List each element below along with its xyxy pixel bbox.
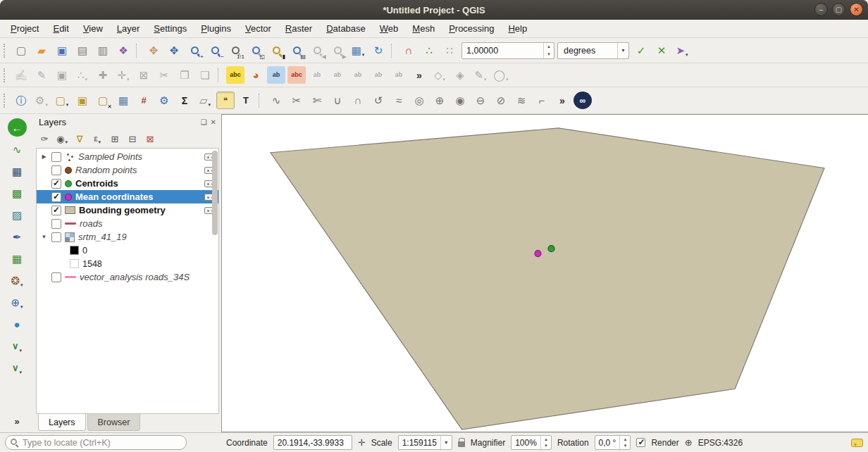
extents-toggle-icon[interactable]: ✛	[358, 437, 366, 448]
feature-action-icon[interactable]: ⚙▾	[32, 92, 51, 109]
magnifier-spinbox[interactable]: 100% ▲▼	[511, 435, 552, 450]
locate-search[interactable]	[5, 435, 187, 450]
snapping-tolerance-spinbox[interactable]: 1,00000 ▲▼	[461, 42, 554, 59]
cut-features-icon[interactable]: ✂	[155, 66, 173, 84]
identify-features-icon[interactable]: ⓘ	[12, 92, 30, 109]
snapping-intersection-icon[interactable]: ✕	[652, 42, 671, 59]
rotate-feature-icon[interactable]: ↺	[369, 92, 388, 109]
menu-processing[interactable]: Processing	[442, 21, 500, 36]
spinner-arrows[interactable]: ▲▼	[619, 436, 630, 449]
spinner-arrows[interactable]: ▲▼	[543, 43, 554, 58]
zoom-out-icon[interactable]: −	[206, 42, 224, 59]
spin-up-icon[interactable]: ▲	[620, 436, 630, 443]
toolbar-overflow-icon[interactable]: »	[553, 92, 571, 109]
toolbar-drag-handle[interactable]	[4, 44, 7, 58]
sphere-tool-icon[interactable]: ●	[8, 315, 27, 333]
snapping-options-icon[interactable]: ∩	[399, 42, 418, 59]
chevron-down-icon[interactable]: ▾	[20, 370, 23, 377]
tab-browser[interactable]: Browser	[87, 414, 141, 431]
snapping-grid-icon[interactable]: ∷	[440, 42, 459, 59]
layer-labeling-icon[interactable]: abc	[226, 66, 244, 84]
map-tips-icon[interactable]: ❝	[216, 92, 235, 109]
zoom-next-icon[interactable]: ▶	[328, 42, 347, 59]
chevron-down-icon[interactable]: ▾	[66, 102, 69, 109]
globe-icon[interactable]: ⊕	[685, 437, 693, 448]
globe-tools-icon[interactable]: ⊕▾	[8, 293, 27, 311]
pen-tool-icon[interactable]: ✒	[8, 227, 27, 246]
coordinate-input[interactable]	[273, 435, 352, 450]
layer-row-bounding-geometry[interactable]: Bounding geometry	[37, 203, 218, 217]
locate-input[interactable]	[5, 435, 187, 450]
toolbar-overflow-icon[interactable]: »	[410, 66, 428, 84]
chevron-down-icon[interactable]: ▾	[506, 77, 509, 84]
rotation-spinbox[interactable]: 0,0 ° ▲▼	[595, 435, 631, 450]
split-parts-icon[interactable]: ✄	[308, 92, 326, 109]
menu-edit[interactable]: Edit	[46, 21, 75, 36]
expand-arrow-icon[interactable]: ▶	[40, 153, 48, 160]
pan-map-icon[interactable]: ✥	[144, 42, 163, 59]
vertex-tool-icon[interactable]: ✛▾	[114, 66, 132, 84]
sample-tools-icon[interactable]: ❂▾	[8, 271, 27, 289]
collapse-arrow-icon[interactable]: ▼	[40, 234, 48, 240]
close-button[interactable]: ✕	[850, 3, 863, 16]
spin-down-icon[interactable]: ▼	[620, 443, 630, 450]
delete-selected-icon[interactable]: ⊠	[135, 66, 153, 84]
merge-attributes-icon[interactable]: ∩	[349, 92, 367, 109]
menu-help[interactable]: Help	[502, 21, 533, 36]
scale-combo[interactable]: 1:159115 ▾	[398, 435, 452, 450]
current-edits-icon[interactable]: ✍	[12, 66, 30, 84]
open-attribute-table-icon[interactable]: ▦	[114, 92, 132, 109]
pan-to-selection-icon[interactable]: ✥	[165, 42, 183, 59]
back-arrow-icon[interactable]: ←	[8, 118, 27, 137]
scrollbar[interactable]	[212, 151, 218, 235]
grid-tools-icon[interactable]: ▦	[8, 249, 27, 268]
snapping-units-combo[interactable]: degrees ▾	[557, 42, 629, 59]
spinner-arrows[interactable]: ▲▼	[540, 436, 551, 449]
chevron-down-icon[interactable]: ▾	[45, 102, 48, 109]
chevron-down-icon[interactable]: ▾	[484, 77, 487, 84]
layer-checkbox[interactable]	[51, 206, 61, 215]
titlebar[interactable]: *Untitled Project - QGIS – ▢ ✕	[0, 0, 868, 20]
new-project-icon[interactable]: ▢	[12, 42, 30, 59]
layout-manager-icon[interactable]: ▥	[94, 42, 112, 59]
menu-web[interactable]: Web	[373, 21, 405, 36]
style-manager-icon[interactable]: ❖	[114, 42, 132, 59]
add-feature-icon[interactable]: ✚	[94, 66, 112, 84]
toolbar-drag-handle[interactable]	[4, 94, 7, 108]
enable-tracing-icon[interactable]: ✓	[632, 42, 650, 59]
layer-row-centroids[interactable]: Centroids	[37, 177, 218, 190]
chevron-down-icon[interactable]: ▾	[20, 304, 23, 311]
filter-expression-icon[interactable]: ε▾	[89, 131, 105, 146]
chevron-down-icon[interactable]: ▾	[686, 52, 688, 59]
save-edits-icon[interactable]: ▣	[53, 66, 71, 84]
chevron-down-icon[interactable]: ▾	[65, 139, 68, 146]
pin-labels-icon[interactable]: ab	[308, 66, 326, 84]
filter-legend-icon[interactable]: ∇	[72, 131, 87, 146]
crs-label[interactable]: EPSG:4326	[698, 438, 743, 448]
trim-extend-icon[interactable]: ⌐	[533, 92, 551, 109]
chevron-down-icon[interactable]: ▾	[443, 77, 446, 84]
add-part-icon[interactable]: ⊕	[430, 92, 449, 109]
rotate-label-icon[interactable]: ab	[369, 66, 388, 84]
layer-checkbox[interactable]	[51, 219, 61, 229]
chevron-down-icon[interactable]: ▾	[20, 282, 23, 289]
save-project-icon[interactable]: ▣	[53, 42, 71, 59]
change-label-icon[interactable]: ab	[390, 66, 408, 84]
chevron-down-icon[interactable]: ▾	[127, 77, 130, 84]
new-print-layout-icon[interactable]: ▤	[73, 42, 92, 59]
raster-tools-icon[interactable]: ▩	[8, 184, 27, 202]
zoom-in-icon[interactable]: +	[185, 42, 204, 59]
layer-row-srtm-41-19[interactable]: ▼ srtm_41_19	[37, 230, 218, 244]
float-panel-icon[interactable]: ❏	[201, 118, 207, 126]
layer-checkbox[interactable]	[51, 165, 61, 175]
field-calculator-icon[interactable]: #	[135, 92, 153, 109]
vector-trace-icon[interactable]: ∿	[8, 140, 27, 158]
menu-layer[interactable]: Layer	[111, 21, 147, 36]
open-project-icon[interactable]: ▰	[32, 42, 51, 59]
layer-checkbox[interactable]	[51, 179, 61, 189]
show-hidden-labels-icon[interactable]: ab	[328, 66, 347, 84]
messages-icon[interactable]	[851, 439, 863, 447]
chevron-down-icon[interactable]: ▾	[440, 436, 452, 449]
add-ring-icon[interactable]: ◎	[410, 92, 428, 109]
zoom-last-icon[interactable]: ◀	[308, 42, 326, 59]
